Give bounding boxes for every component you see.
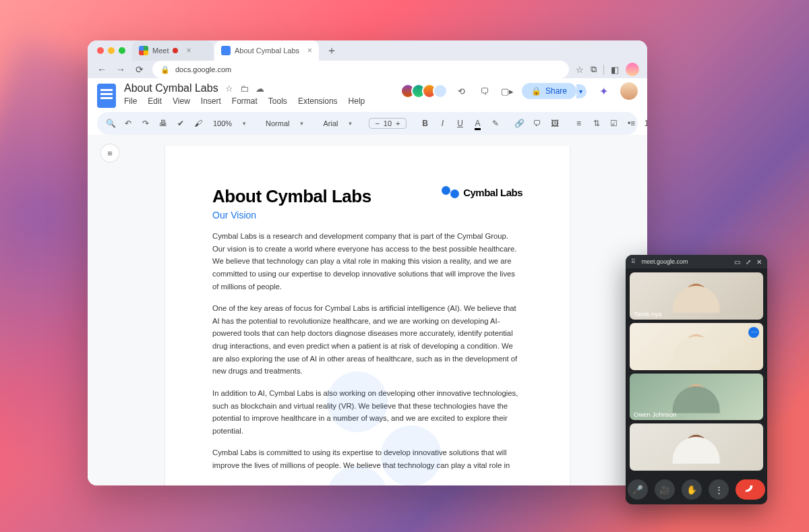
menu-insert[interactable]: Insert <box>201 96 221 106</box>
address-bar: ← → ⟳ 🔒 docs.google.com ☆ ⧉ ◧ <box>88 61 647 78</box>
tab-meet[interactable]: Meet × <box>132 40 213 61</box>
speaking-indicator-icon: ⋯ <box>748 327 759 338</box>
font-value: Arial <box>323 119 338 127</box>
bold-icon[interactable]: B <box>420 119 431 128</box>
star-icon[interactable]: ☆ <box>225 84 233 94</box>
url-input[interactable]: 🔒 docs.google.com <box>152 61 569 78</box>
avatar[interactable] <box>433 84 448 98</box>
pip-close-icon[interactable]: ✕ <box>756 258 762 266</box>
participant-tile[interactable]: Tarek Aya <box>630 272 763 320</box>
redo-icon[interactable]: ↷ <box>140 119 151 128</box>
doc-paragraph: One of the key areas of focus for Cymbal… <box>212 302 522 378</box>
tab-docs[interactable]: About Cymbal Labs × <box>214 40 319 61</box>
docs-header: About Cymbal Labs ☆ 🗀 ☁ File Edit View I… <box>88 78 647 108</box>
font-select[interactable]: Arial▼ <box>320 119 355 127</box>
insert-image-icon[interactable]: 🖼 <box>549 119 560 128</box>
formatting-toolbar: 🔍 ↶ ↷ 🖶 ✔ 🖌 100%▼ Normal▼ Arial▼ − 10 + <box>97 112 638 135</box>
window-controls[interactable] <box>97 47 125 54</box>
menu-format[interactable]: Format <box>232 96 258 106</box>
site-info-icon[interactable]: 🔒 <box>160 65 170 74</box>
decrease-font-icon[interactable]: − <box>375 119 379 127</box>
maximize-window-icon[interactable] <box>119 47 125 54</box>
font-size-input[interactable]: − 10 + <box>369 118 406 129</box>
print-icon[interactable]: 🖶 <box>158 119 169 128</box>
meet-icon[interactable]: ▢▸ <box>499 82 516 100</box>
docs-logo-icon[interactable] <box>97 84 116 108</box>
pip-return-icon[interactable]: ▭ <box>734 258 740 266</box>
doc-paragraph: Cymbal Labs is a research and developmen… <box>212 230 522 293</box>
text-color-icon[interactable]: A <box>473 119 483 128</box>
pip-menu-icon[interactable]: ⠿ <box>631 258 636 265</box>
participant-grid: Tarek Aya ⋯ Owen Johnson <box>626 268 767 475</box>
paragraph-style-select[interactable]: Normal▼ <box>263 119 307 127</box>
undo-icon[interactable]: ↶ <box>123 119 133 128</box>
pip-expand-icon[interactable]: ⤢ <box>746 258 751 266</box>
camera-toggle-button[interactable]: 🎥 <box>655 479 675 500</box>
underline-icon[interactable]: U <box>455 119 466 128</box>
document-title[interactable]: About Cymbal Labs <box>124 82 218 94</box>
meet-controls: 🎤 🎥 ✋ ⋮ <box>626 475 767 504</box>
more-options-button[interactable]: ⋮ <box>709 479 729 500</box>
insert-link-icon[interactable]: 🔗 <box>514 119 525 128</box>
menu-edit[interactable]: Edit <box>148 96 162 106</box>
outline-toggle-icon[interactable]: ≡ <box>101 144 119 162</box>
style-value: Normal <box>266 119 289 127</box>
comments-icon[interactable]: 🗨 <box>476 82 493 100</box>
side-panel-icon[interactable]: ◧ <box>603 65 619 75</box>
document-canvas[interactable]: ≡ About Cymbal Labs Our Vision Cymbal La… <box>88 135 647 485</box>
add-comment-icon[interactable]: 🗩 <box>532 119 543 128</box>
participant-tile[interactable]: ⋯ <box>630 323 763 370</box>
numbered-list-icon[interactable]: 1≡ <box>644 119 648 128</box>
bulleted-list-icon[interactable]: •≡ <box>626 119 637 128</box>
back-icon[interactable]: ← <box>96 64 108 75</box>
zoom-select[interactable]: 100%▼ <box>210 119 249 127</box>
close-window-icon[interactable] <box>97 47 104 54</box>
spellcheck-icon[interactable]: ✔ <box>175 119 186 128</box>
share-dropdown[interactable]: ▾ <box>576 84 587 98</box>
menu-help[interactable]: Help <box>349 96 365 106</box>
brand-logo: Cymbal Labs <box>442 186 522 198</box>
cloud-status-icon[interactable]: ☁ <box>256 84 264 94</box>
collaborator-avatars[interactable] <box>404 84 448 98</box>
gemini-icon[interactable]: ✦ <box>596 84 611 98</box>
share-button[interactable]: 🔒 Share <box>522 83 576 99</box>
close-tab-icon[interactable]: × <box>307 46 312 55</box>
menu-tools[interactable]: Tools <box>268 96 287 106</box>
history-icon[interactable]: ⟲ <box>453 82 471 100</box>
extensions-icon[interactable]: ⧉ <box>591 64 597 75</box>
menu-view[interactable]: View <box>173 96 190 106</box>
meet-favicon-icon <box>139 46 148 55</box>
browser-window: Meet × About Cymbal Labs × ＋ ← → ⟳ 🔒 doc… <box>88 40 647 485</box>
raise-hand-button[interactable]: ✋ <box>682 479 702 500</box>
reload-icon[interactable]: ⟳ <box>133 64 146 75</box>
document-page[interactable]: About Cymbal Labs Our Vision Cymbal Labs… <box>165 146 570 485</box>
meet-pip-window[interactable]: ⠿ meet.google.com ▭ ⤢ ✕ Tarek Aya ⋯ Owen… <box>626 255 767 504</box>
doc-heading: About Cymbal Labs <box>212 186 371 207</box>
increase-font-icon[interactable]: + <box>396 119 400 127</box>
close-tab-icon[interactable]: × <box>186 46 191 55</box>
menu-extensions[interactable]: Extensions <box>298 96 338 106</box>
align-icon[interactable]: ≡ <box>574 119 585 128</box>
italic-icon[interactable]: I <box>438 119 448 128</box>
recording-indicator-icon <box>173 48 178 53</box>
mic-toggle-button[interactable]: 🎤 <box>628 479 648 500</box>
paint-format-icon[interactable]: 🖌 <box>193 119 204 128</box>
end-call-button[interactable] <box>736 479 765 500</box>
new-tab-button[interactable]: ＋ <box>324 43 339 58</box>
forward-icon[interactable]: → <box>115 64 127 75</box>
move-icon[interactable]: 🗀 <box>240 84 249 94</box>
account-avatar[interactable] <box>620 82 638 100</box>
tab-strip: Meet × About Cymbal Labs × ＋ <box>88 40 647 61</box>
line-spacing-icon[interactable]: ⇅ <box>591 119 602 128</box>
minimize-window-icon[interactable] <box>108 47 115 54</box>
bookmark-icon[interactable]: ☆ <box>576 65 584 75</box>
pip-title-bar[interactable]: ⠿ meet.google.com ▭ ⤢ ✕ <box>626 255 767 268</box>
menu-file[interactable]: File <box>124 96 137 106</box>
participant-tile[interactable]: Owen Johnson <box>630 374 763 421</box>
tab-label: About Cymbal Labs <box>235 47 299 55</box>
search-icon[interactable]: 🔍 <box>105 119 116 128</box>
participant-tile[interactable] <box>630 423 763 471</box>
profile-avatar[interactable] <box>626 63 639 76</box>
checklist-icon[interactable]: ☑ <box>609 119 620 128</box>
highlight-icon[interactable]: ✎ <box>490 119 501 128</box>
